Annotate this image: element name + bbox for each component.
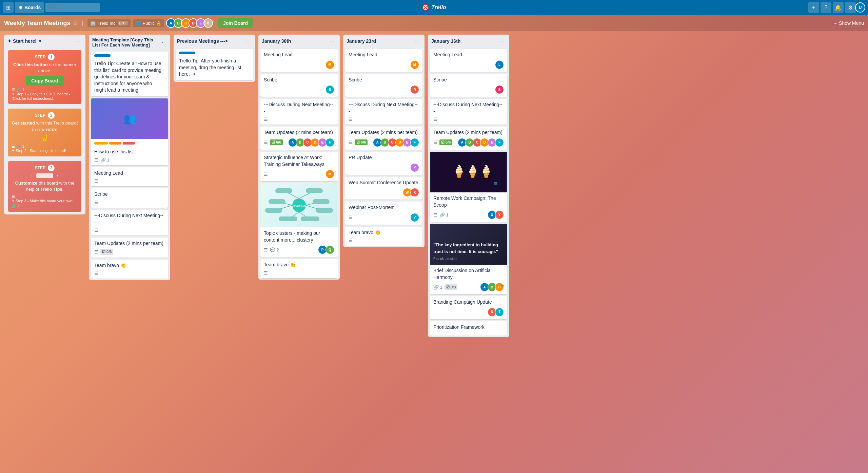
card-title-jan30-updates: Team Updates (2 mins per team) [264,129,334,136]
card-jan30-updates[interactable]: Team Updates (2 mins per team) ☰ ☑ 6/6 A… [260,127,338,150]
card-jan23-lead[interactable]: Meeting Lead M [345,49,422,72]
card-jan23-discuss[interactable]: ---Discuss During Next Meeting--- ☰ [345,99,422,125]
card-meta-jan16-branding: R T [433,308,504,317]
card-team-bravo-template[interactable]: Team bravo 👏 ☰ [91,260,168,279]
notification-button[interactable]: 🔔 [833,2,844,13]
card-meta-jan30-bravo: ☰ [264,270,334,276]
card-title-jan30-strategic: Strategic Influence At Work: Training Se… [264,154,334,168]
boards-button[interactable]: ⊞ Boards [15,2,44,13]
av-jan16-br-2: T [495,308,504,317]
board-members: A B C D E 8 [168,18,213,28]
svg-text:≡: ≡ [494,180,498,187]
step-1-card[interactable]: STEP 1 Click this button on the banner a… [8,50,81,104]
visibility-meta[interactable]: 🌐 Public 🔒 [133,19,164,27]
card-jan23-updates[interactable]: Team Updates (2 mins per team) ☰ ☑ 6/6 A… [345,127,422,150]
desc-icon-jan30-topic: ☰ [264,247,268,252]
card-prev-tip[interactable]: Trello Tip: After you finish a meeting, … [176,49,253,80]
settings-button[interactable]: ⚙ [845,2,856,13]
app-header: ⊞ ⊞ Boards 🎯 Trello + ? 🔔 ⚙ U [0,0,868,15]
search-input[interactable] [45,3,100,12]
card-how-to-use[interactable]: 👥 How to use this list ☰ 🔗 1 [91,98,168,165]
card-jan30-strategic[interactable]: Strategic Influence At Work: Training Se… [260,152,338,181]
card-avatars-jan23-scribe: R [412,85,419,94]
card-jan16-updates[interactable]: Team Updates (2 mins per team) ☰ ☑ 6/6 A… [430,127,507,150]
card-title-discuss-template: ---Discuss During Next Meeting--- [94,212,165,226]
list-meeting-template: Meeting Template [Copy This List For Eac… [89,35,170,280]
step-2-card[interactable]: STEP 2 Get started with this Trello boar… [8,109,81,156]
card-icons-jan30-topic: ☰ 💬 2 [264,247,279,252]
av-jan16-6: F [495,138,504,147]
join-board-button[interactable]: Join Board [218,18,253,28]
card-jan23-scribe[interactable]: Scribe R [345,74,422,97]
svg-rect-15 [279,216,297,221]
copy-board-button[interactable]: Copy Board [26,76,63,86]
card-meta-jan23-websummit: W X [349,188,419,197]
card-meta-jan23-pr: P [349,163,419,172]
label-yellow [94,142,108,145]
card-jan30-lead[interactable]: Meeting Lead M [260,49,338,72]
card-avatars-jan16-icecream: X Y [489,210,504,219]
show-menu-button[interactable]: ··· Show Menu [834,20,864,26]
card-jan30-scribe[interactable]: Scribe S [260,74,338,97]
list-menu-jan16[interactable]: ··· [497,37,506,45]
svg-text:🍦: 🍦 [479,164,494,178]
svg-rect-5 [306,188,323,193]
list-menu-previous-meetings[interactable]: ··· [243,37,252,45]
list-title-jan23: January 23rd [347,38,376,44]
card-trello-tip[interactable]: Trello Tip: Create a "How to use this li… [91,52,168,96]
card-jan16-discuss[interactable]: ---Discuss During Next Meeting--- ☰ [430,99,507,125]
card-avatars-jan23-webinar: V [412,213,419,222]
card-title-meeting-lead-template: Meeting Lead [94,170,165,177]
card-jan23-websummit[interactable]: Web Summit Conference Update W X [345,177,422,200]
card-avatars-jan30-updates: A B C D E F [290,138,334,147]
list-menu-start-here[interactable]: ··· [74,37,82,45]
card-team-updates-template[interactable]: Team Updates (2 mins per team) ☰ ☑ 0/6 [91,238,168,258]
card-title-jan23-webinar: Webinar Post-Mortem [349,204,419,211]
star-icon[interactable]: ☆ [73,20,78,26]
card-scribe-template[interactable]: Scribe ☰ [91,188,168,208]
card-avatars-jan30-topic: P Q [319,245,334,254]
member-count[interactable]: 8 [203,18,213,28]
home-button[interactable]: ⊞ [3,2,14,13]
card-jan23-webinar[interactable]: Webinar Post-Mortem ☰ V [345,202,422,225]
card-jan30-topic[interactable]: Service Map [260,183,338,257]
av-jan16-lead-1: L [495,60,504,69]
step-2-desc: ✦ Step 2 - Start using this board! [12,149,78,153]
card-meta-jan30-discuss: ☰ [264,117,334,122]
desc-icon-jan16-discuss: ☰ [433,117,437,122]
card-jan30-bravo[interactable]: Team bravo 👏 ☰ [260,259,338,278]
step-2-link: CLICK HERE [12,128,78,132]
card-meeting-lead-template[interactable]: Meeting Lead ☰ [91,167,168,187]
card-jan23-pr[interactable]: PR Update P [345,152,422,175]
card-jan16-lead[interactable]: Meeting Lead L [430,49,507,72]
list-body-meeting-template: Trello Tip: Create a "How to use this li… [89,50,170,280]
card-icons-jan16-trust: 🔗 1 ☑ 0/8 [433,284,457,290]
card-jan23-bravo[interactable]: Team bravo 👏 ☰ [345,227,422,246]
card-discuss-template[interactable]: ---Discuss During Next Meeting--- ☰ [91,210,168,235]
svg-rect-17 [301,216,319,221]
user-avatar[interactable]: U [855,2,865,13]
trust-quote-text: "The key ingredient to building trust is… [433,242,504,261]
info-button[interactable]: ? [821,2,831,13]
list-menu-meeting-template[interactable]: ··· [158,39,167,46]
card-jan16-scribe[interactable]: Scribe S [430,74,507,97]
workspace-meta[interactable]: 🏢 Trello Inc ENT [87,19,131,27]
list-title-start-here: ✦ Start here! ✦ [7,38,42,44]
card-icons-jan23-updates: ☰ ☑ 6/6 [349,139,368,145]
card-image-meeting: 👥 [91,98,168,139]
card-jan16-branding[interactable]: Branding Campaign Update R T [430,296,507,319]
card-title-scribe-template: Scribe [94,191,165,198]
add-button[interactable]: + [808,2,819,13]
step-3-badge: STEP 3 [12,165,78,171]
lock-icon: 🔒 [156,21,161,26]
step-3-card[interactable]: STEP 3 → ← Customize this board with the… [8,161,81,212]
header-logo: 🎯 Trello [422,4,446,11]
card-jan30-discuss[interactable]: ---Discuss During Next Meeting--- ☰ [260,99,338,125]
trello-logo-icon: 🎯 [422,4,429,11]
card-jan16-prioritization[interactable]: Prioritization Framework [430,321,507,336]
card-jan16-icecream[interactable]: 🍦 🍦 🍦 ≡ Remote Work Campaign: The Scoop … [430,152,507,222]
card-title-jan23-lead: Meeting Lead [349,52,419,58]
list-menu-jan23[interactable]: ··· [413,37,421,45]
list-menu-jan30[interactable]: ··· [328,37,336,45]
card-jan16-trust[interactable]: "The key ingredient to building trust is… [430,224,507,294]
